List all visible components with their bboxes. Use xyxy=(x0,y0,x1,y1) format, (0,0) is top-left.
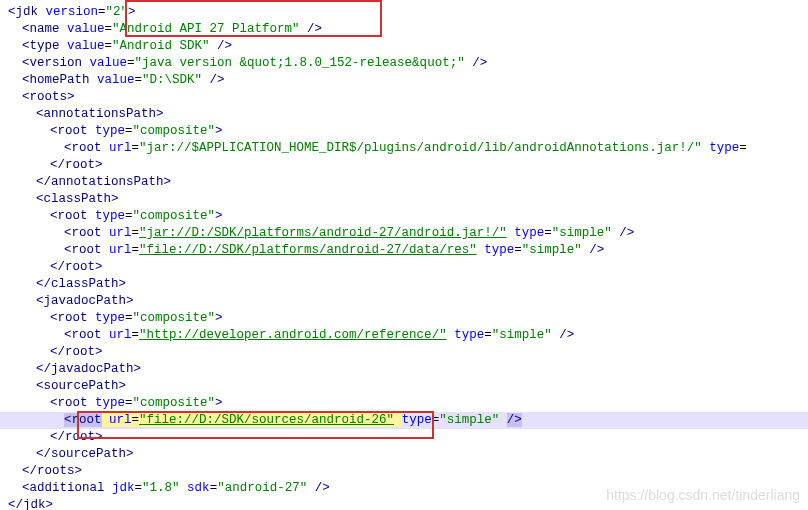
code-line: <name value="Android API 27 Platform" /> xyxy=(8,21,808,38)
code-line: </annotationsPath> xyxy=(8,174,808,191)
code-line: <version value="java version &quot;1.8.0… xyxy=(8,55,808,72)
code-line: <root type="composite"> xyxy=(8,310,808,327)
code-line: <jdk version="2"> xyxy=(8,4,808,21)
code-line: <root type="composite"> xyxy=(8,123,808,140)
code-line: <javadocPath> xyxy=(8,293,808,310)
code-line: </roots> xyxy=(8,463,808,480)
code-line: </jdk> xyxy=(8,497,808,510)
code-line: </root> xyxy=(8,157,808,174)
code-line: <roots> xyxy=(8,89,808,106)
code-line: <classPath> xyxy=(8,191,808,208)
code-line: <homePath value="D:\SDK" /> xyxy=(8,72,808,89)
code-line: <root type="composite"> xyxy=(8,208,808,225)
code-line: <sourcePath> xyxy=(8,378,808,395)
code-line: <annotationsPath> xyxy=(8,106,808,123)
code-line: <additional jdk="1.8" sdk="android-27" /… xyxy=(8,480,808,497)
code-line: </sourcePath> xyxy=(8,446,808,463)
code-line: <root url="http://developer.android.com/… xyxy=(8,327,808,344)
code-line-highlighted[interactable]: <root url="file://D:/SDK/sources/android… xyxy=(0,412,808,429)
code-line: </root> xyxy=(8,259,808,276)
code-line: <root url="jar://D:/SDK/platforms/androi… xyxy=(8,225,808,242)
xml-code-block: <jdk version="2"> <name value="Android A… xyxy=(8,4,808,510)
code-line: </root> xyxy=(8,429,808,446)
code-line: </javadocPath> xyxy=(8,361,808,378)
code-line: <root url="jar://$APPLICATION_HOME_DIR$/… xyxy=(8,140,808,157)
code-line: <root url="file://D:/SDK/platforms/andro… xyxy=(8,242,808,259)
code-line: </root> xyxy=(8,344,808,361)
code-line: </classPath> xyxy=(8,276,808,293)
code-line: <root type="composite"> xyxy=(8,395,808,412)
code-line: <type value="Android SDK" /> xyxy=(8,38,808,55)
